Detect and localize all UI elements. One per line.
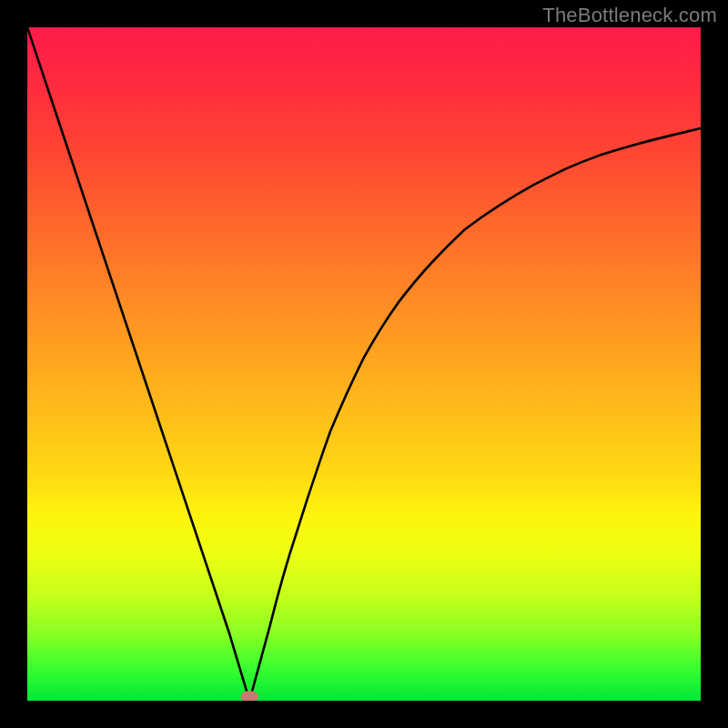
curve-left-branch (27, 27, 249, 701)
plot-area (27, 27, 701, 701)
chart-frame: TheBottleneck.com (0, 0, 728, 728)
minimum-marker (241, 691, 258, 701)
watermark-text: TheBottleneck.com (542, 4, 717, 27)
curve-right-branch (249, 128, 701, 701)
bottleneck-curve (27, 27, 701, 701)
